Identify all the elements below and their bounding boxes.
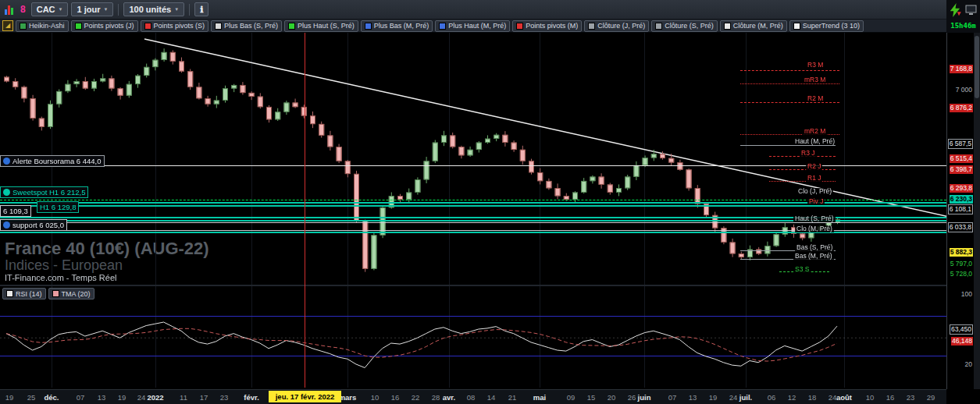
tma-legend-chip[interactable]: TMA (20)	[48, 288, 94, 299]
price-axis[interactable]: 7 168,87 0006 876,26 587,56 515,46 398,7…	[946, 33, 974, 389]
indicator-chip[interactable]: Clôture (S, Pré)	[651, 20, 718, 32]
price-chart-panel[interactable]: France 40 (10€) (AUG-22) Indices - Europ…	[0, 33, 946, 285]
link-windows-icon[interactable]: 8	[18, 4, 28, 15]
pivot-level-label: Haut (S, Pré)	[793, 215, 836, 222]
quick-order-lightning-icon[interactable]	[949, 3, 962, 17]
pivot-level-line	[740, 102, 839, 103]
axis-price-label: 6 876,2	[950, 104, 973, 112]
date-tick-label: 07	[668, 393, 677, 402]
date-tick-label: 14	[487, 393, 496, 402]
pivot-level-label: Haut (M, Pré)	[793, 138, 836, 145]
date-tick-label: 11	[180, 393, 187, 402]
pivot-level-label: R2 M	[806, 95, 825, 102]
date-tick-label: 10	[866, 393, 875, 402]
pivot-level-label: Clo (M, Pré)	[795, 225, 834, 232]
axis-price-label: 6 293,8	[950, 184, 973, 193]
indicator-chip-label: Plus Bas (S, Pré)	[224, 22, 278, 30]
chart-type-icon[interactable]	[3, 4, 15, 15]
indicator-color-swatch	[75, 23, 82, 30]
indicator-color-swatch	[655, 23, 662, 30]
tma-legend-label: TMA (20)	[62, 290, 91, 298]
indicator-chip[interactable]: SuperTrend (3 10)	[789, 20, 864, 32]
axis-price-label: 100	[960, 290, 973, 299]
indicator-chip-label: Clôture (J, Pré)	[597, 22, 645, 30]
indicator-chip-label: Plus Haut (M, Pré)	[448, 22, 506, 30]
date-tick-label: 16	[886, 393, 895, 402]
pivot-level-label: R3 M	[806, 62, 825, 69]
indicator-chip[interactable]: Clôture (M, Pré)	[720, 20, 787, 32]
indicator-chip[interactable]: Points pivots (J)	[71, 20, 138, 32]
main-toolbar: 8 CAC ▼ 1 jour ▼ 100 unités ▼ ℹ	[0, 0, 946, 19]
price-alert-chip[interactable]: 6 109,3	[0, 205, 31, 217]
indicator-chip[interactable]: Clôture (J, Pré)	[584, 20, 649, 32]
price-alert-chip[interactable]: Sweetspot H1 6 212,5	[0, 186, 88, 198]
indicator-chip[interactable]: Points pivots (M)	[512, 20, 582, 32]
axis-price-label: 6 230,3	[950, 195, 973, 204]
axis-price-label: 6 033,8	[948, 222, 973, 232]
date-tick-label: 24	[829, 393, 837, 402]
date-tick-label: 19	[5, 393, 14, 402]
time-axis[interactable]: 1925déc.071319242022111723févr.mars10162…	[0, 389, 974, 404]
indicator-color-swatch	[215, 23, 222, 30]
date-tick-label: 2022	[147, 393, 163, 402]
axis-price-label: 5 882,3	[950, 248, 973, 257]
date-tick-label: 29	[927, 393, 935, 402]
scrollbar-handle[interactable]	[975, 36, 979, 98]
units-label: 100 unités	[129, 5, 171, 14]
annotation-tool-icon[interactable]: ◢	[2, 20, 13, 31]
indicator-chip[interactable]: Plus Haut (M, Pré)	[435, 20, 510, 32]
price-alert-chip[interactable]: Alerte Boursorama 6 444,0	[0, 155, 105, 167]
date-tick-label: 24	[729, 393, 738, 402]
rsi-canvas[interactable]	[0, 286, 946, 388]
chart-type-bar	[5, 9, 7, 15]
units-selector[interactable]: 100 unités ▼	[123, 2, 184, 16]
vertical-scrollbar[interactable]	[974, 33, 980, 389]
price-alert-chip[interactable]: H1 6 129,8	[37, 201, 79, 213]
date-tick-label: 12	[788, 393, 796, 402]
indicator-bar: ◢ Heikin-AshiPoints pivots (J)Points piv…	[0, 19, 946, 33]
date-tick-label: mars	[339, 393, 357, 402]
indicator-color-swatch	[288, 23, 295, 30]
alert-source-icon	[3, 189, 10, 196]
indicator-chip[interactable]: Points pivots (S)	[141, 20, 209, 32]
rsi-legend-chip[interactable]: RSI (14)	[2, 288, 46, 299]
indicator-chip[interactable]: Plus Bas (M, Pré)	[361, 20, 433, 32]
pivot-level-line	[740, 145, 836, 146]
indicator-chip[interactable]: Plus Haut (S, Pré)	[284, 20, 358, 32]
pivot-level-label: Bas (S, Pré)	[795, 244, 834, 251]
instrument-selector[interactable]: CAC ▼	[31, 2, 69, 16]
date-tick-label: juil.	[739, 393, 752, 402]
dropdown-caret-icon: ▼	[174, 7, 179, 12]
chart-type-bar	[11, 8, 13, 15]
date-tick-label: juin	[638, 393, 651, 402]
session-clock: 15h46m	[946, 22, 980, 30]
rsi-panel[interactable]: RSI (14) TMA (20)	[0, 286, 946, 388]
axis-price-label: 5 728,0	[950, 270, 973, 278]
price-level-line	[0, 200, 946, 200]
alert-chip-label: Alerte Boursorama 6 444,0	[12, 157, 102, 165]
rsi-legend-label: RSI (14)	[16, 290, 42, 298]
price-level-line	[0, 165, 946, 166]
indicator-chip[interactable]: Plus Bas (S, Pré)	[211, 20, 282, 32]
date-tick-label: févr.	[244, 393, 259, 402]
timeframe-label: 1 jour	[77, 5, 100, 14]
date-tick-label: 18	[808, 393, 817, 402]
price-level-line	[0, 222, 946, 223]
indicator-chip-label: Heikin-Ashi	[29, 22, 65, 30]
workspace-monitor-icon[interactable]	[965, 5, 977, 16]
indicator-chip-label: Points pivots (S)	[154, 22, 205, 30]
price-alert-chip[interactable]: support 6 025,0	[0, 219, 67, 231]
timeframe-selector[interactable]: 1 jour ▼	[71, 2, 113, 16]
alert-chip-label: H1 6 129,8	[40, 203, 76, 211]
indicator-chip[interactable]: Heikin-Ashi	[16, 20, 69, 32]
cursor-date-label: jeu. 17 févr. 2022	[269, 391, 341, 402]
alert-chip-label: Sweetspot H1 6 212,5	[12, 188, 85, 197]
info-button[interactable]: ℹ	[194, 2, 208, 16]
pivot-level-line	[769, 181, 836, 182]
date-tick-label: 08	[467, 393, 476, 402]
top-right-panel: 15h46m	[946, 0, 980, 33]
date-tick-label: 19	[709, 393, 718, 402]
date-tick-label: 07	[77, 393, 85, 402]
indicator-color-swatch	[439, 23, 446, 30]
price-level-line	[0, 202, 946, 204]
